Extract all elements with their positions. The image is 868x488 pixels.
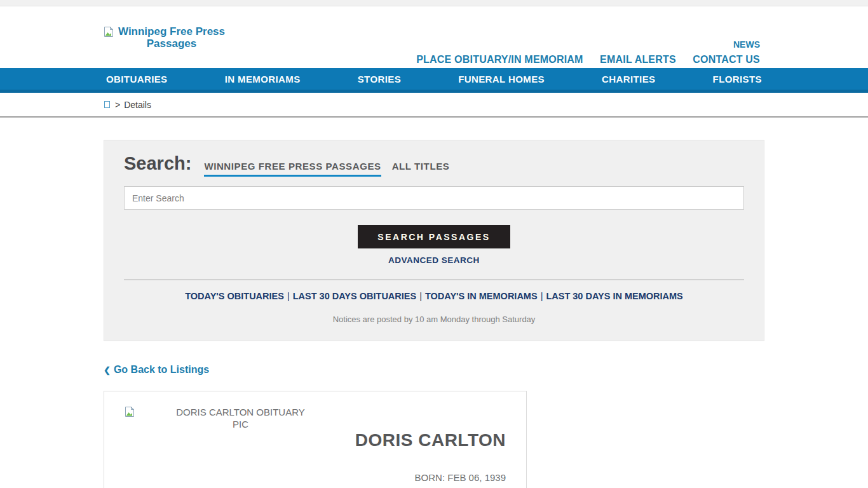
search-input[interactable] xyxy=(124,186,744,210)
nav-item-funeral-homes[interactable]: FUNERAL HOMES xyxy=(458,74,545,85)
tab-all-titles[interactable]: ALL TITLES xyxy=(392,161,450,175)
quick-links-separator: | xyxy=(419,291,422,301)
last-30-days-in-memoriams-link[interactable]: LAST 30 DAYS IN MEMORIAMS xyxy=(546,291,682,301)
search-panel: Search: WINNIPEG FREE PRESS PASSAGES ALL… xyxy=(104,140,764,341)
logo-alt-text: Winnipeg Free Press Passages xyxy=(117,25,226,50)
home-icon[interactable] xyxy=(104,101,110,108)
quick-links: TODAY'S OBITUARIES|LAST 30 DAYS OBITUARI… xyxy=(124,291,744,301)
nav-item-stories[interactable]: STORIES xyxy=(358,74,401,85)
site-logo[interactable]: Winnipeg Free Press Passages xyxy=(104,25,226,50)
breadcrumb-current: Details xyxy=(124,100,151,110)
breadcrumb: > Details xyxy=(0,93,868,118)
nav-item-in-memoriams[interactable]: IN MEMORIAMS xyxy=(225,74,301,85)
notice-text: Notices are posted by 10 am Monday throu… xyxy=(124,315,744,324)
nav-item-obituaries[interactable]: OBITUARIES xyxy=(106,74,168,85)
site-header: Winnipeg Free Press Passages NEWS PLACE … xyxy=(0,6,868,68)
nav-item-florists[interactable]: FLORISTS xyxy=(713,74,762,85)
main-nav-bar: OBITUARIES IN MEMORIAMS STORIES FUNERAL … xyxy=(0,68,868,93)
broken-image-icon xyxy=(104,27,113,37)
news-link[interactable]: NEWS xyxy=(733,39,760,50)
todays-in-memoriams-link[interactable]: TODAY'S IN MEMORIAMS xyxy=(425,291,538,301)
go-back-to-listings-link[interactable]: ❮Go Back to Listings xyxy=(104,364,209,375)
tab-winnipeg-free-press-passages[interactable]: WINNIPEG FREE PRESS PASSAGES xyxy=(204,161,381,177)
panel-divider xyxy=(124,280,744,280)
chevron-left-icon: ❮ xyxy=(104,365,111,375)
search-heading: Search: xyxy=(124,153,191,174)
todays-obituaries-link[interactable]: TODAY'S OBITUARIES xyxy=(185,291,284,301)
last-30-days-obituaries-link[interactable]: LAST 30 DAYS OBITUARIES xyxy=(293,291,416,301)
quick-links-separator: | xyxy=(541,291,543,301)
advanced-search-link[interactable]: ADVANCED SEARCH xyxy=(388,255,480,265)
top-strip xyxy=(0,0,868,6)
header-links: NEWS PLACE OBITUARY/IN MEMORIAM EMAIL AL… xyxy=(402,39,760,65)
nav-item-charities[interactable]: CHARITIES xyxy=(602,74,655,85)
obituary-card: DORIS CARLTON OBITUARY PIC DORIS CARLTON… xyxy=(104,391,527,488)
obituary-name: DORIS CARLTON xyxy=(125,430,506,451)
breadcrumb-separator: > xyxy=(115,100,120,110)
contact-us-link[interactable]: CONTACT US xyxy=(693,54,760,65)
obituary-photo: DORIS CARLTON OBITUARY PIC xyxy=(125,406,309,430)
email-alerts-link[interactable]: EMAIL ALERTS xyxy=(600,54,676,65)
obituary-born-date: BORN: FEB 06, 1939 xyxy=(125,472,506,483)
broken-image-icon xyxy=(125,407,134,417)
search-tabs: WINNIPEG FREE PRESS PASSAGES ALL TITLES xyxy=(204,161,449,177)
search-passages-button[interactable]: SEARCH PASSAGES xyxy=(358,225,510,248)
obituary-photo-alt-text: DORIS CARLTON OBITUARY PIC xyxy=(172,406,309,430)
quick-links-separator: | xyxy=(287,291,290,301)
place-obituary-link[interactable]: PLACE OBITUARY/IN MEMORIAM xyxy=(416,54,583,65)
